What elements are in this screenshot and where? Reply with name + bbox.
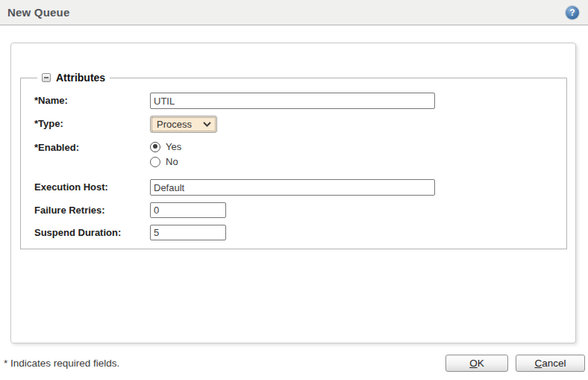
name-input[interactable]: [150, 93, 435, 109]
collapse-section-icon[interactable]: [42, 73, 51, 82]
type-row: *Type: Process: [34, 116, 566, 133]
attributes-legend: Attributes: [37, 72, 110, 84]
radio-no-label: No: [166, 156, 178, 167]
suspend-duration-input[interactable]: [150, 225, 226, 240]
type-label: *Type:: [34, 116, 150, 129]
failure-retries-label: Failure Retries:: [34, 202, 150, 216]
enabled-label: *Enabled:: [34, 140, 150, 153]
enabled-row: *Enabled: Yes No: [34, 140, 566, 167]
form-panel: Attributes *Name: *Type: Process *Enable…: [10, 43, 576, 343]
help-icon[interactable]: ?: [566, 6, 579, 19]
enabled-no-option[interactable]: No: [150, 156, 181, 167]
enabled-radio-group: Yes No: [150, 140, 181, 167]
chevron-down-icon: [203, 122, 211, 127]
type-select-value: Process: [157, 119, 192, 130]
execution-host-row: Execution Host:: [34, 179, 566, 196]
footer-buttons: OK Cancel: [445, 355, 585, 372]
enabled-yes-option[interactable]: Yes: [150, 141, 181, 152]
page-title: New Queue: [7, 6, 70, 19]
title-bar: New Queue ?: [0, 0, 588, 25]
execution-host-label: Execution Host:: [34, 179, 150, 193]
suspend-duration-label: Suspend Duration:: [34, 225, 150, 238]
execution-host-input[interactable]: [150, 179, 435, 196]
section-title: Attributes: [56, 72, 105, 84]
attributes-section: Attributes *Name: *Type: Process *Enable…: [20, 72, 567, 249]
radio-yes-icon[interactable]: [150, 142, 160, 152]
type-select[interactable]: Process: [150, 116, 217, 133]
ok-button[interactable]: OK: [445, 355, 508, 372]
footer: * Indicates required fields. OK Cancel: [0, 343, 588, 372]
name-label: *Name:: [34, 93, 150, 106]
suspend-duration-row: Suspend Duration:: [34, 225, 566, 240]
failure-retries-input[interactable]: [150, 202, 226, 218]
required-fields-note: * Indicates required fields.: [4, 358, 119, 369]
name-row: *Name:: [34, 93, 566, 109]
radio-yes-label: Yes: [166, 141, 181, 152]
radio-no-icon[interactable]: [150, 157, 160, 167]
cancel-button[interactable]: Cancel: [516, 355, 585, 372]
failure-retries-row: Failure Retries:: [34, 202, 566, 218]
